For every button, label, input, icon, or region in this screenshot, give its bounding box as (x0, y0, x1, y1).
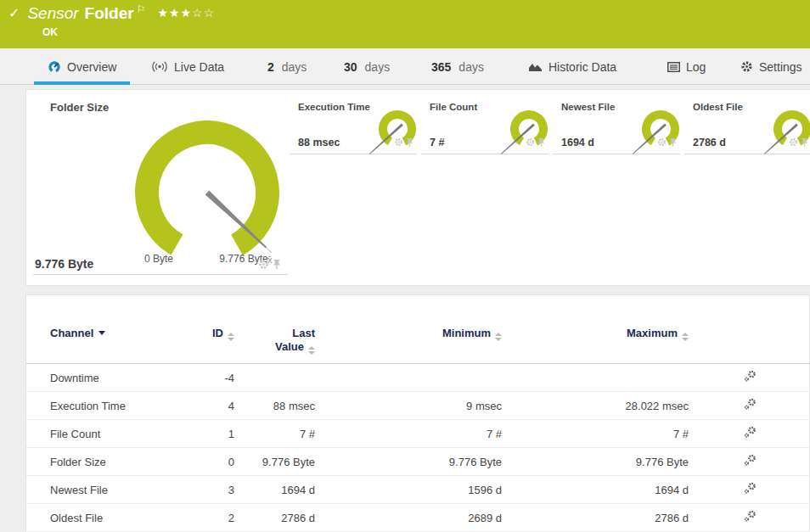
table-row[interactable]: Downtime -4 (26, 364, 810, 392)
table-row[interactable]: Oldest File 2 2786 d 2689 d 2786 d (26, 504, 810, 532)
channel-id: -4 (188, 364, 234, 392)
gauge-tile-folder-size[interactable]: Folder Size x̄ 0 Byte 9.776 Byte 9.776 B… (33, 97, 288, 275)
channel-name[interactable]: Execution Time (26, 392, 188, 420)
channels-table-panel: Channel ID Last Value Minimum Maximum (25, 294, 810, 532)
channel-id: 2 (188, 504, 234, 532)
pin-icon[interactable] (406, 137, 413, 147)
table-row[interactable]: Newest File 3 1694 d 1596 d 1694 d (26, 476, 810, 504)
channel-minimum: 1596 d (315, 476, 502, 504)
channel-settings-gears-icon[interactable] (744, 510, 757, 523)
pin-icon[interactable] (537, 137, 545, 147)
gauge-value: 7 # (430, 137, 444, 148)
gauge-tile-oldest-file[interactable]: Oldest File 2786 d (684, 97, 810, 154)
sort-desc-icon (98, 331, 105, 335)
gauge-settings-gear-icon[interactable] (789, 137, 798, 147)
gauge-settings-gear-icon[interactable] (258, 259, 269, 270)
gauge-title: Oldest File (693, 102, 743, 112)
channel-minimum: 9 msec (315, 392, 502, 420)
tab-label: Log (686, 60, 706, 74)
table-row[interactable]: Folder Size 0 9.776 Byte 9.776 Byte 9.77… (26, 448, 810, 476)
column-label: Maximum (627, 327, 678, 339)
priority-stars[interactable]: ★★★☆☆ (157, 6, 215, 20)
column-header-minimum[interactable]: Minimum (315, 324, 502, 364)
gauge-value: 2786 d (693, 137, 726, 148)
pin-icon[interactable] (273, 259, 281, 270)
column-label: Channel (50, 327, 93, 339)
channel-last-value: 7 # (234, 420, 315, 448)
tab-live-data[interactable]: Live Data (151, 48, 224, 85)
channel-name[interactable]: File Count (26, 420, 188, 448)
column-header-channel[interactable]: Channel (26, 324, 188, 364)
channel-settings-gears-icon[interactable] (744, 482, 757, 495)
tab-label: days (365, 60, 391, 74)
channel-maximum: 7 # (502, 420, 689, 448)
tab-2-days[interactable]: 2 days (267, 48, 307, 85)
channel-minimum: 7 # (315, 420, 502, 448)
gauge-tile-file-count[interactable]: File Count 7 # (421, 97, 548, 154)
gauge-tile-newest-file[interactable]: Newest File 1694 d (553, 97, 680, 154)
stars-empty: ☆☆ (192, 6, 215, 20)
channel-name[interactable]: Folder Size (26, 448, 188, 476)
column-header-id[interactable]: ID (188, 324, 234, 364)
channel-last-value: 9.776 Byte (234, 448, 315, 476)
tab-label: days (282, 60, 307, 74)
column-header-actions (689, 324, 810, 364)
gauge-settings-gear-icon[interactable] (526, 137, 535, 147)
oldest-file-gauge (760, 104, 810, 164)
tab-number: 365 (431, 60, 451, 74)
tab-overview[interactable]: Overview (34, 48, 130, 85)
tab-365-days[interactable]: 365 days (431, 48, 484, 85)
tab-number: 30 (344, 60, 357, 74)
column-header-last-value[interactable]: Last Value (234, 324, 315, 364)
channel-last-value (234, 364, 315, 392)
area-chart-icon (528, 61, 543, 72)
gauge-settings-gear-icon[interactable] (657, 137, 667, 147)
status-ok-check-icon: ✓ (8, 5, 20, 21)
log-list-icon (667, 62, 680, 72)
sort-icon (682, 333, 689, 341)
channel-name[interactable]: Newest File (26, 476, 188, 504)
newest-file-gauge (628, 104, 688, 164)
tab-settings[interactable]: Settings (740, 48, 802, 85)
tab-30-days[interactable]: 30 days (344, 48, 390, 85)
gauge-title: Folder Size (50, 101, 109, 114)
gauge-value: 1694 d (561, 137, 594, 148)
channel-id: 4 (188, 392, 234, 420)
channel-minimum: 2689 d (315, 504, 502, 532)
channel-last-value: 2786 d (234, 504, 315, 532)
sort-icon (495, 333, 502, 341)
channel-settings-gears-icon[interactable] (744, 426, 757, 439)
stars-filled: ★★★ (157, 6, 192, 20)
sensor-type-label: Sensor (27, 4, 78, 23)
channel-name[interactable]: Downtime (26, 364, 188, 392)
channel-name[interactable]: Oldest File (26, 504, 188, 532)
file-count-gauge (497, 104, 556, 164)
gauge-tile-execution-time[interactable]: Execution Time 88 msec (290, 97, 417, 154)
channel-minimum (315, 364, 502, 392)
channel-settings-gears-icon[interactable] (744, 398, 757, 411)
channel-maximum: 1694 d (502, 476, 689, 504)
table-row[interactable]: File Count 1 7 # 7 # 7 # (26, 420, 810, 448)
channel-id: 1 (188, 420, 234, 448)
gauge-scale-min: 0 Byte (133, 253, 184, 265)
channel-last-value: 1694 d (234, 476, 315, 504)
channel-settings-gears-icon[interactable] (744, 370, 757, 383)
tab-log[interactable]: Log (667, 48, 706, 85)
table-row[interactable]: Execution Time 4 88 msec 9 msec 28.022 m… (26, 392, 810, 420)
column-label: ID (212, 327, 223, 339)
flag-icon[interactable]: ⚐ (137, 3, 146, 15)
gauges-panel: Folder Size x̄ 0 Byte 9.776 Byte 9.776 B… (25, 89, 810, 286)
channel-maximum: 28.022 msec (502, 392, 689, 420)
column-header-maximum[interactable]: Maximum (502, 324, 689, 364)
execution-time-gauge (365, 104, 425, 164)
sensor-name: Folder (85, 4, 134, 23)
channel-maximum: 9.776 Byte (502, 448, 689, 476)
pin-icon[interactable] (669, 137, 677, 147)
gauge-settings-gear-icon[interactable] (394, 137, 403, 147)
channel-settings-gears-icon[interactable] (744, 454, 757, 467)
pin-icon[interactable] (801, 137, 808, 147)
column-label: Minimum (442, 327, 491, 339)
sort-icon (308, 346, 315, 355)
tab-historic-data[interactable]: Historic Data (528, 48, 616, 85)
column-label: Value (275, 340, 304, 353)
